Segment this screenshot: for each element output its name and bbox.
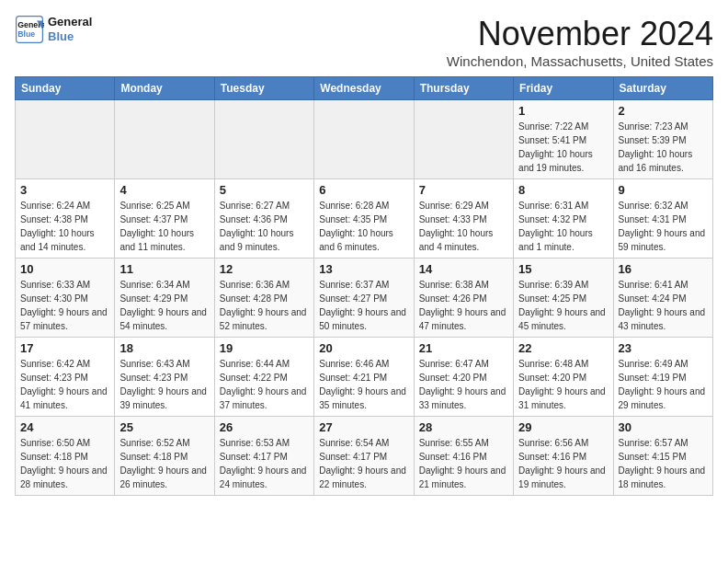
day-number: 11 (119, 262, 209, 276)
day-info: Sunrise: 7:22 AM Sunset: 5:41 PM Dayligh… (518, 120, 608, 175)
day-info: Sunrise: 6:44 AM Sunset: 4:22 PM Dayligh… (220, 357, 309, 412)
day-number: 19 (220, 341, 309, 355)
calendar-week-row: 17Sunrise: 6:42 AM Sunset: 4:23 PM Dayli… (16, 338, 713, 417)
logo-blue: Blue (48, 29, 92, 44)
calendar-cell: 2Sunrise: 7:23 AM Sunset: 5:39 PM Daylig… (613, 100, 712, 179)
day-info: Sunrise: 6:48 AM Sunset: 4:20 PM Dayligh… (518, 357, 608, 412)
day-number: 27 (319, 420, 408, 434)
day-number: 10 (20, 262, 109, 276)
calendar-cell: 11Sunrise: 6:34 AM Sunset: 4:29 PM Dayli… (115, 259, 214, 338)
day-number: 9 (619, 183, 708, 197)
calendar-cell: 14Sunrise: 6:38 AM Sunset: 4:26 PM Dayli… (414, 259, 513, 338)
day-number: 26 (220, 420, 309, 434)
day-info: Sunrise: 6:27 AM Sunset: 4:36 PM Dayligh… (220, 199, 309, 254)
day-info: Sunrise: 7:23 AM Sunset: 5:39 PM Dayligh… (619, 120, 708, 175)
day-number: 12 (220, 262, 309, 276)
weekday-header-row: SundayMondayTuesdayWednesdayThursdayFrid… (16, 77, 713, 100)
calendar-cell: 28Sunrise: 6:55 AM Sunset: 4:16 PM Dayli… (414, 417, 513, 496)
day-info: Sunrise: 6:46 AM Sunset: 4:21 PM Dayligh… (319, 357, 408, 412)
calendar-body: 1Sunrise: 7:22 AM Sunset: 5:41 PM Daylig… (16, 100, 713, 496)
calendar-cell: 12Sunrise: 6:36 AM Sunset: 4:28 PM Dayli… (214, 259, 313, 338)
calendar-cell: 25Sunrise: 6:52 AM Sunset: 4:18 PM Dayli… (115, 417, 214, 496)
weekday-header-sunday: Sunday (16, 77, 115, 100)
month-year-title: November 2024 (447, 15, 713, 53)
day-info: Sunrise: 6:54 AM Sunset: 4:17 PM Dayligh… (319, 436, 408, 491)
calendar-cell (214, 100, 313, 179)
calendar-cell: 18Sunrise: 6:43 AM Sunset: 4:23 PM Dayli… (115, 338, 214, 417)
calendar-cell: 22Sunrise: 6:48 AM Sunset: 4:20 PM Dayli… (514, 338, 613, 417)
day-number: 7 (419, 183, 508, 197)
calendar-cell (16, 100, 115, 179)
svg-text:Blue: Blue (17, 29, 35, 39)
day-info: Sunrise: 6:47 AM Sunset: 4:20 PM Dayligh… (419, 357, 508, 412)
calendar-cell: 6Sunrise: 6:28 AM Sunset: 4:35 PM Daylig… (314, 179, 414, 259)
day-info: Sunrise: 6:32 AM Sunset: 4:31 PM Dayligh… (619, 199, 708, 254)
calendar-cell: 4Sunrise: 6:25 AM Sunset: 4:37 PM Daylig… (115, 179, 214, 259)
logo-general: General (48, 15, 92, 29)
calendar-table: SundayMondayTuesdayWednesdayThursdayFrid… (15, 76, 713, 496)
day-number: 14 (419, 262, 508, 276)
day-info: Sunrise: 6:37 AM Sunset: 4:27 PM Dayligh… (319, 278, 408, 333)
day-info: Sunrise: 6:39 AM Sunset: 4:25 PM Dayligh… (518, 278, 608, 333)
calendar-cell: 20Sunrise: 6:46 AM Sunset: 4:21 PM Dayli… (314, 338, 414, 417)
weekday-header-wednesday: Wednesday (314, 77, 414, 100)
calendar-week-row: 3Sunrise: 6:24 AM Sunset: 4:38 PM Daylig… (16, 179, 713, 259)
calendar-cell: 16Sunrise: 6:41 AM Sunset: 4:24 PM Dayli… (613, 259, 712, 338)
calendar-cell: 8Sunrise: 6:31 AM Sunset: 4:32 PM Daylig… (514, 179, 613, 259)
calendar-cell: 30Sunrise: 6:57 AM Sunset: 4:15 PM Dayli… (613, 417, 712, 496)
calendar-cell: 19Sunrise: 6:44 AM Sunset: 4:22 PM Dayli… (214, 338, 313, 417)
day-info: Sunrise: 6:55 AM Sunset: 4:16 PM Dayligh… (419, 436, 508, 491)
day-number: 23 (619, 341, 708, 355)
day-info: Sunrise: 6:25 AM Sunset: 4:37 PM Dayligh… (119, 199, 209, 254)
location-subtitle: Winchendon, Massachusetts, United States (447, 53, 713, 69)
logo-icon: General Blue (15, 15, 44, 44)
day-number: 21 (419, 341, 508, 355)
calendar-cell: 9Sunrise: 6:32 AM Sunset: 4:31 PM Daylig… (613, 179, 712, 259)
day-info: Sunrise: 6:56 AM Sunset: 4:16 PM Dayligh… (518, 436, 608, 491)
day-number: 8 (518, 183, 608, 197)
calendar-cell: 5Sunrise: 6:27 AM Sunset: 4:36 PM Daylig… (214, 179, 313, 259)
day-number: 24 (20, 420, 109, 434)
day-number: 29 (518, 420, 608, 434)
day-info: Sunrise: 6:52 AM Sunset: 4:18 PM Dayligh… (119, 436, 209, 491)
calendar-cell: 24Sunrise: 6:50 AM Sunset: 4:18 PM Dayli… (16, 417, 115, 496)
weekday-header-friday: Friday (514, 77, 613, 100)
day-number: 6 (319, 183, 408, 197)
day-info: Sunrise: 6:41 AM Sunset: 4:24 PM Dayligh… (619, 278, 708, 333)
calendar-week-row: 10Sunrise: 6:33 AM Sunset: 4:30 PM Dayli… (16, 259, 713, 338)
day-info: Sunrise: 6:34 AM Sunset: 4:29 PM Dayligh… (119, 278, 209, 333)
weekday-header-thursday: Thursday (414, 77, 513, 100)
day-info: Sunrise: 6:29 AM Sunset: 4:33 PM Dayligh… (419, 199, 508, 254)
calendar-cell: 10Sunrise: 6:33 AM Sunset: 4:30 PM Dayli… (16, 259, 115, 338)
day-number: 1 (518, 104, 608, 118)
day-number: 16 (619, 262, 708, 276)
calendar-cell: 17Sunrise: 6:42 AM Sunset: 4:23 PM Dayli… (16, 338, 115, 417)
day-info: Sunrise: 6:28 AM Sunset: 4:35 PM Dayligh… (319, 199, 408, 254)
day-number: 4 (119, 183, 209, 197)
day-info: Sunrise: 6:38 AM Sunset: 4:26 PM Dayligh… (419, 278, 508, 333)
calendar-cell: 23Sunrise: 6:49 AM Sunset: 4:19 PM Dayli… (613, 338, 712, 417)
calendar-cell: 1Sunrise: 7:22 AM Sunset: 5:41 PM Daylig… (514, 100, 613, 179)
day-info: Sunrise: 6:53 AM Sunset: 4:17 PM Dayligh… (220, 436, 309, 491)
calendar-week-row: 24Sunrise: 6:50 AM Sunset: 4:18 PM Dayli… (16, 417, 713, 496)
day-number: 20 (319, 341, 408, 355)
day-info: Sunrise: 6:57 AM Sunset: 4:15 PM Dayligh… (619, 436, 708, 491)
calendar-cell: 13Sunrise: 6:37 AM Sunset: 4:27 PM Dayli… (314, 259, 414, 338)
calendar-cell: 26Sunrise: 6:53 AM Sunset: 4:17 PM Dayli… (214, 417, 313, 496)
calendar-cell: 3Sunrise: 6:24 AM Sunset: 4:38 PM Daylig… (16, 179, 115, 259)
day-number: 22 (518, 341, 608, 355)
day-info: Sunrise: 6:43 AM Sunset: 4:23 PM Dayligh… (119, 357, 209, 412)
calendar-cell: 27Sunrise: 6:54 AM Sunset: 4:17 PM Dayli… (314, 417, 414, 496)
logo: General Blue General Blue (15, 15, 92, 44)
day-number: 30 (619, 420, 708, 434)
day-number: 15 (518, 262, 608, 276)
day-info: Sunrise: 6:31 AM Sunset: 4:32 PM Dayligh… (518, 199, 608, 254)
day-number: 28 (419, 420, 508, 434)
day-info: Sunrise: 6:50 AM Sunset: 4:18 PM Dayligh… (20, 436, 109, 491)
day-number: 2 (619, 104, 708, 118)
day-info: Sunrise: 6:33 AM Sunset: 4:30 PM Dayligh… (20, 278, 109, 333)
calendar-cell (414, 100, 513, 179)
calendar-cell (314, 100, 414, 179)
day-number: 13 (319, 262, 408, 276)
day-info: Sunrise: 6:42 AM Sunset: 4:23 PM Dayligh… (20, 357, 109, 412)
